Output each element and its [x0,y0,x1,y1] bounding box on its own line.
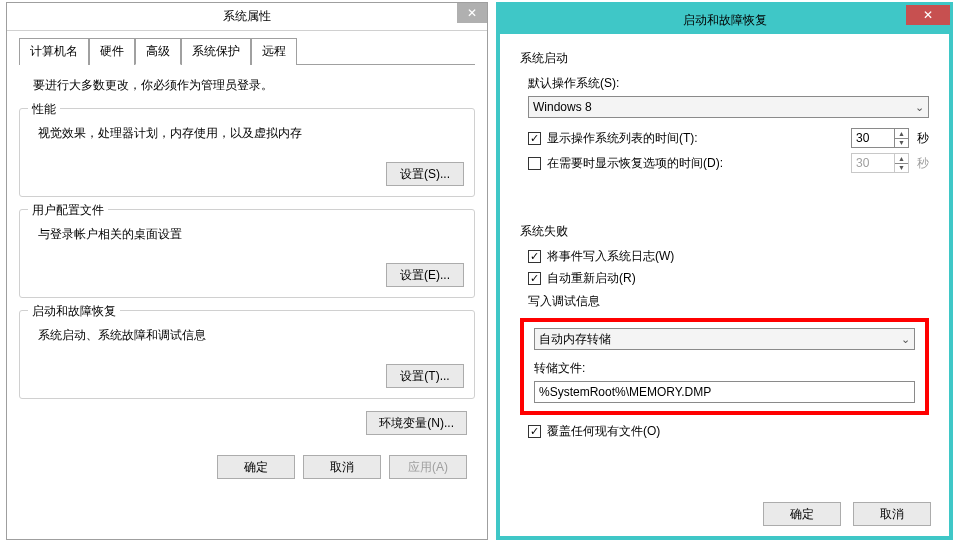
write-event-label: 将事件写入系统日志(W) [547,248,674,265]
spin-down-icon: ▼ [895,139,908,148]
admin-notice: 要进行大多数更改，你必须作为管理员登录。 [33,77,475,94]
system-startup-label: 系统启动 [520,50,929,67]
tab-bar: 计算机名 硬件 高级 系统保护 远程 [19,37,475,65]
titlebar: 系统属性 ✕ [7,3,487,31]
environment-variables-button[interactable]: 环境变量(N)... [366,411,467,435]
dump-file-value: %SystemRoot%\MEMORY.DMP [539,385,711,399]
group-label: 用户配置文件 [28,202,108,219]
highlight-box: 自动内存转储 ⌄ 转储文件: %SystemRoot%\MEMORY.DMP [520,318,929,415]
auto-restart-checkbox[interactable] [528,272,541,285]
show-recovery-value: 30 [851,153,895,173]
close-icon: ✕ [467,6,477,20]
window-body: 计算机名 硬件 高级 系统保护 远程 要进行大多数更改，你必须作为管理员登录。 … [7,31,487,491]
group-label: 启动和故障恢复 [28,303,120,320]
performance-group: 性能 视觉效果，处理器计划，内存使用，以及虚拟内存 设置(S)... [19,108,475,197]
show-os-list-label: 显示操作系统列表的时间(T): [547,130,698,147]
ok-button[interactable]: 确定 [763,502,841,526]
show-os-list-value[interactable]: 30 [851,128,895,148]
debug-info-label: 写入调试信息 [528,293,929,310]
group-text: 系统启动、系统故障和调试信息 [38,327,464,344]
tab-advanced[interactable]: 高级 [135,38,181,65]
group-text: 与登录帐户相关的桌面设置 [38,226,464,243]
select-value: Windows 8 [533,100,592,114]
show-os-list-checkbox[interactable] [528,132,541,145]
spin-control: ▲▼ [895,153,909,173]
default-os-label: 默认操作系统(S): [528,75,929,92]
select-value: 自动内存转储 [539,331,611,348]
close-button[interactable]: ✕ [906,5,950,25]
group-label: 性能 [28,101,60,118]
ok-button[interactable]: 确定 [217,455,295,479]
cancel-button[interactable]: 取消 [853,502,931,526]
unit-label: 秒 [917,155,929,172]
system-failure-label: 系统失败 [520,223,929,240]
tab-remote[interactable]: 远程 [251,38,297,65]
cancel-button[interactable]: 取消 [303,455,381,479]
dump-file-label: 转储文件: [534,360,915,377]
window-title: 启动和故障恢复 [683,12,767,29]
auto-restart-label: 自动重新启动(R) [547,270,636,287]
apply-button[interactable]: 应用(A) [389,455,467,479]
window-title: 系统属性 [223,8,271,25]
close-icon: ✕ [923,8,933,22]
tab-hardware[interactable]: 硬件 [89,38,135,65]
startup-recovery-group: 启动和故障恢复 系统启动、系统故障和调试信息 设置(T)... [19,310,475,399]
startup-recovery-window: 启动和故障恢复 ✕ 系统启动 默认操作系统(S): Windows 8 ⌄ 显示… [496,2,953,540]
show-recovery-label: 在需要时显示恢复选项的时间(D): [547,155,723,172]
window-body: 系统启动 默认操作系统(S): Windows 8 ⌄ 显示操作系统列表的时间(… [500,34,949,450]
performance-settings-button[interactable]: 设置(S)... [386,162,464,186]
group-text: 视觉效果，处理器计划，内存使用，以及虚拟内存 [38,125,464,142]
spin-down-icon: ▼ [895,164,908,173]
tab-computer-name[interactable]: 计算机名 [19,38,89,65]
overwrite-label: 覆盖任何现有文件(O) [547,423,660,440]
spin-up-icon: ▲ [895,154,908,164]
chevron-down-icon: ⌄ [901,333,910,346]
startup-recovery-settings-button[interactable]: 设置(T)... [386,364,464,388]
button-bar: 确定 取消 [500,492,949,536]
user-profile-settings-button[interactable]: 设置(E)... [386,263,464,287]
spin-control[interactable]: ▲▼ [895,128,909,148]
titlebar: 启动和故障恢复 ✕ [500,6,949,34]
write-event-checkbox[interactable] [528,250,541,263]
close-button[interactable]: ✕ [457,3,487,23]
spin-up-icon: ▲ [895,129,908,139]
overwrite-checkbox[interactable] [528,425,541,438]
dump-file-input[interactable]: %SystemRoot%\MEMORY.DMP [534,381,915,403]
tab-system-protection[interactable]: 系统保护 [181,38,251,65]
default-os-select[interactable]: Windows 8 ⌄ [528,96,929,118]
user-profile-group: 用户配置文件 与登录帐户相关的桌面设置 设置(E)... [19,209,475,298]
chevron-down-icon: ⌄ [915,101,924,114]
dump-type-select[interactable]: 自动内存转储 ⌄ [534,328,915,350]
unit-label: 秒 [917,130,929,147]
system-properties-window: 系统属性 ✕ 计算机名 硬件 高级 系统保护 远程 要进行大多数更改，你必须作为… [6,2,488,540]
show-recovery-checkbox[interactable] [528,157,541,170]
